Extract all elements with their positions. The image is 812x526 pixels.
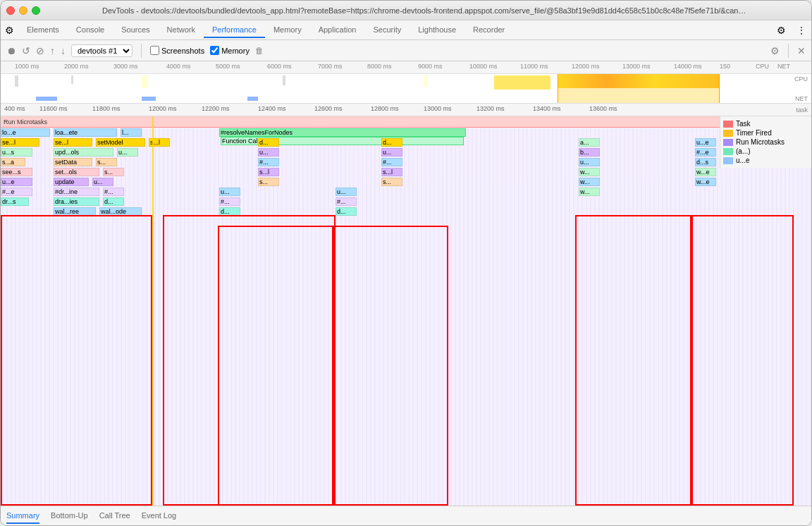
func-block-setdata[interactable]: setData bbox=[54, 158, 92, 166]
tab-bar: ⚙ Elements Console Sources Network Perfo… bbox=[1, 20, 811, 40]
func-block-resolve[interactable]: #resolveNamesForNodes bbox=[219, 128, 466, 137]
func-block-d1[interactable]: d... bbox=[258, 138, 279, 147]
tab-application[interactable]: Application bbox=[310, 23, 365, 38]
target-select[interactable]: devtools #1 bbox=[71, 44, 133, 57]
screenshots-checkbox[interactable] bbox=[150, 46, 159, 55]
upload-icon[interactable]: ↑ bbox=[50, 45, 55, 56]
close-panel-icon[interactable]: ✕ bbox=[797, 45, 806, 56]
more-icon[interactable]: ⋮ bbox=[792, 25, 811, 35]
func-block-d4[interactable]: d... bbox=[219, 207, 240, 216]
func-block-w3[interactable]: w... bbox=[579, 188, 600, 196]
gear-icon[interactable]: ⚙ bbox=[770, 45, 780, 56]
func-block-sel[interactable]: se...l bbox=[1, 138, 39, 147]
func-block-hash5[interactable]: #... bbox=[336, 197, 357, 206]
func-block-ue1[interactable]: u...e bbox=[695, 138, 716, 147]
func-block-sl3[interactable]: s...l bbox=[381, 168, 402, 176]
timeline-mini[interactable]: CPU NET bbox=[1, 74, 811, 104]
traffic-lights bbox=[6, 6, 40, 15]
func-block-d2[interactable]: d... bbox=[381, 138, 402, 147]
tab-memory[interactable]: Memory bbox=[265, 23, 310, 38]
func-block-drs[interactable]: dr...s bbox=[1, 197, 29, 206]
timeline-selection[interactable] bbox=[558, 74, 720, 104]
func-block-a1[interactable]: a... bbox=[579, 138, 600, 147]
func-block-sel2[interactable]: se...l bbox=[54, 138, 92, 147]
ruler-mark-150: 150 bbox=[720, 63, 730, 70]
func-block-draies[interactable]: dra...ies bbox=[54, 197, 99, 206]
tab-performance[interactable]: Performance bbox=[204, 23, 265, 38]
func-block-u4[interactable]: u... bbox=[579, 158, 600, 166]
func-block-updols[interactable]: upd...ols bbox=[54, 148, 113, 157]
memory-checkbox-label[interactable]: Memory bbox=[210, 46, 250, 55]
func-block-b1[interactable]: b... bbox=[579, 148, 600, 157]
func-block-hash1[interactable]: #... bbox=[258, 158, 279, 166]
func-block-us[interactable]: u...s bbox=[1, 148, 32, 157]
func-block-hash4[interactable]: #... bbox=[219, 197, 240, 206]
func-block-s2[interactable]: s... bbox=[103, 168, 124, 176]
func-block-hash2[interactable]: #... bbox=[381, 158, 402, 166]
bottom-tab-eventlog[interactable]: Event Log bbox=[142, 508, 177, 524]
func-block-d3[interactable]: d... bbox=[103, 197, 124, 206]
close-button[interactable] bbox=[6, 6, 15, 15]
trash-icon[interactable]: 🗑 bbox=[255, 46, 264, 56]
tab-recorder[interactable]: Recorder bbox=[465, 23, 513, 38]
tab-sources[interactable]: Sources bbox=[113, 23, 158, 38]
func-block-sl2[interactable]: s...l bbox=[258, 168, 279, 176]
flame-mark-13000: 13000 ms bbox=[424, 105, 452, 112]
bottom-tab-summary[interactable]: Summary bbox=[6, 508, 39, 524]
settings-icon[interactable]: ⚙ bbox=[771, 25, 792, 36]
func-block-sa[interactable]: s...a bbox=[1, 158, 25, 166]
screenshots-checkbox-label[interactable]: Screenshots bbox=[150, 46, 204, 55]
timeline-overview[interactable]: 1000 ms 2000 ms 3000 ms 4000 ms 5000 ms … bbox=[1, 61, 811, 104]
bottom-tab-bottomup[interactable]: Bottom-Up bbox=[51, 508, 88, 524]
legend-label-a: (a...) bbox=[736, 147, 751, 155]
func-block-ue2[interactable]: u...e bbox=[1, 178, 32, 186]
minimize-button[interactable] bbox=[19, 6, 27, 15]
clear-icon[interactable]: ⊘ bbox=[36, 45, 44, 56]
tab-console[interactable]: Console bbox=[68, 23, 113, 38]
bottom-tab-calltree[interactable]: Call Tree bbox=[99, 508, 130, 524]
func-block-u5[interactable]: u... bbox=[92, 178, 113, 186]
func-block-setols[interactable]: set...ols bbox=[54, 168, 99, 176]
scrubber-line[interactable] bbox=[152, 116, 154, 506]
tab-lighthouse[interactable]: Lighthouse bbox=[410, 23, 465, 38]
func-block-u3[interactable]: u... bbox=[381, 148, 402, 157]
func-block-hdrline[interactable]: #dr...ine bbox=[54, 188, 99, 196]
func-block-w1[interactable]: w... bbox=[579, 168, 600, 176]
func-block-s4[interactable]: s... bbox=[381, 178, 402, 186]
tab-elements[interactable]: Elements bbox=[18, 23, 68, 38]
func-block-loe[interactable]: lo...e bbox=[1, 128, 50, 137]
func-block-update[interactable]: update bbox=[54, 178, 89, 186]
record-icon[interactable]: ⏺ bbox=[6, 45, 16, 56]
func-block-u6[interactable]: u... bbox=[219, 188, 240, 196]
func-block-s3[interactable]: s... bbox=[258, 178, 279, 186]
func-block-d5[interactable]: d... bbox=[336, 207, 357, 216]
func-block-we1[interactable]: w...e bbox=[695, 168, 716, 176]
func-block-hash3[interactable]: #... bbox=[103, 188, 124, 196]
download-icon[interactable]: ↓ bbox=[61, 45, 66, 56]
func-block-loaete[interactable]: loa...ete bbox=[54, 128, 117, 137]
func-block-he1[interactable]: #...e bbox=[695, 148, 716, 157]
memory-checkbox[interactable] bbox=[210, 46, 219, 55]
maximize-button[interactable] bbox=[32, 6, 40, 15]
refresh-icon[interactable]: ↺ bbox=[22, 45, 30, 56]
func-block-walode[interactable]: wal...ode bbox=[99, 207, 142, 216]
func-block-u7[interactable]: u... bbox=[336, 188, 357, 196]
devtools-icon[interactable]: ⚙ bbox=[5, 25, 14, 36]
func-block-hashe[interactable]: #...e bbox=[1, 188, 32, 196]
func-block-l[interactable]: l... bbox=[121, 128, 142, 137]
func-block-walree[interactable]: wal...ree bbox=[54, 207, 96, 216]
flame-chart[interactable]: Run Microtasks lo...e loa...ete l... #re… bbox=[1, 116, 811, 506]
func-block-u2[interactable]: u... bbox=[258, 148, 279, 157]
tab-network[interactable]: Network bbox=[159, 23, 204, 38]
tab-security[interactable]: Security bbox=[364, 23, 410, 38]
func-block-u1[interactable]: u... bbox=[117, 148, 138, 157]
func-block-we2[interactable]: w...e bbox=[695, 178, 716, 186]
func-block-ds1[interactable]: d...s bbox=[695, 158, 716, 166]
flame-ruler: 400 ms 11600 ms 11800 ms 12000 ms 12200 … bbox=[1, 104, 811, 116]
legend-item-a: (a...) bbox=[723, 147, 808, 156]
func-block-setmodel[interactable]: setModel bbox=[96, 138, 145, 147]
func-block-s1[interactable]: s... bbox=[96, 158, 117, 166]
func-block-sees[interactable]: see...s bbox=[1, 168, 32, 176]
legend-color-timer bbox=[723, 130, 733, 137]
func-block-w2[interactable]: w... bbox=[579, 178, 600, 186]
